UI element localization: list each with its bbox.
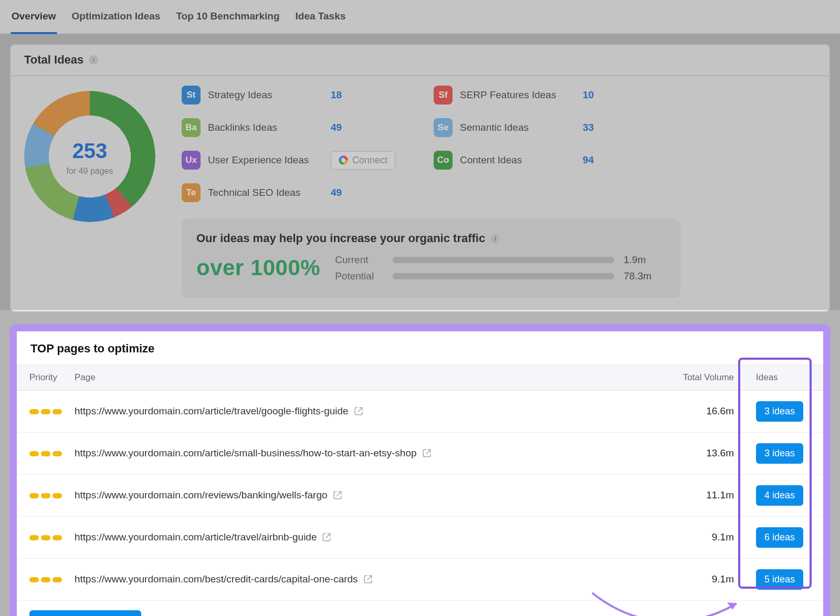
cat-value: 94 xyxy=(583,153,594,168)
connect-google-button[interactable]: Connect xyxy=(331,151,395,170)
top-pages-title: TOP pages to optimize xyxy=(17,331,823,364)
view-all-pages-button[interactable]: View all pages & ideas xyxy=(29,610,141,616)
table-row[interactable]: https://www.yourdomain.com/article/small… xyxy=(17,433,823,475)
chip-st-icon: St xyxy=(182,86,201,105)
ideas-button[interactable]: 4 ideas xyxy=(756,485,803,506)
annotation-arrow-icon xyxy=(587,588,744,616)
ideas-button[interactable]: 3 ideas xyxy=(756,443,803,464)
tab-top10-benchmarking[interactable]: Top 10 Benchmarking xyxy=(175,4,280,33)
cat-value: 18 xyxy=(331,88,342,102)
chip-ba-icon: Ba xyxy=(182,118,201,137)
total-volume: 9.1m xyxy=(655,530,744,545)
total-ideas-title: Total Ideas xyxy=(24,52,83,68)
external-link-icon[interactable] xyxy=(322,533,331,542)
total-ideas-header: Total Ideas i xyxy=(10,45,830,77)
priority-indicator xyxy=(17,446,75,461)
chip-ux-icon: Ux xyxy=(182,151,201,170)
tabs-bar: Overview Optimization Ideas Top 10 Bench… xyxy=(0,0,840,34)
priority-indicator xyxy=(17,572,75,587)
total-volume: 13.6m xyxy=(655,446,744,461)
external-link-icon[interactable] xyxy=(333,490,342,500)
page-url[interactable]: https://www.yourdomain.com/article/small… xyxy=(75,446,417,461)
total-volume: 11.1m xyxy=(655,488,744,503)
ideas-button[interactable]: 3 ideas xyxy=(756,401,803,422)
boost-percent: over 1000% xyxy=(196,253,320,284)
cat-label: Technical SEO Ideas xyxy=(208,186,323,200)
cat-technical-seo[interactable]: Te Technical SEO Ideas 49 xyxy=(182,183,428,202)
cat-label: Content Ideas xyxy=(460,153,575,168)
potential-value: 78.3m xyxy=(624,269,666,284)
cat-semantic[interactable]: Se Semantic Ideas 33 xyxy=(434,118,680,137)
col-priority: Priority xyxy=(17,365,75,390)
cat-label: Strategy Ideas xyxy=(208,88,323,102)
cat-value: 49 xyxy=(331,121,342,135)
total-ideas-card: Total Ideas i 253 for 49 pages St Strate… xyxy=(9,44,831,313)
col-ideas: Ideas xyxy=(744,365,823,390)
ideas-button[interactable]: 6 ideas xyxy=(756,527,803,548)
table-row[interactable]: https://www.yourdomain.com/article/trave… xyxy=(17,391,823,433)
tab-optimization-ideas[interactable]: Optimization Ideas xyxy=(71,4,162,33)
cat-label: Backlinks Ideas xyxy=(208,121,323,135)
total-volume: 16.6m xyxy=(655,404,744,419)
table-row[interactable]: https://www.yourdomain.com/article/trave… xyxy=(17,517,823,559)
cat-value: 33 xyxy=(583,121,594,135)
current-label: Current xyxy=(335,253,383,267)
google-icon xyxy=(339,155,348,165)
cat-label: Semantic Ideas xyxy=(460,121,575,135)
chip-co-icon: Co xyxy=(434,151,453,170)
current-bar xyxy=(393,257,614,263)
tab-overview[interactable]: Overview xyxy=(10,4,57,33)
page-url[interactable]: https://www.yourdomain.com/article/trave… xyxy=(75,530,317,545)
chip-te-icon: Te xyxy=(182,183,201,202)
total-volume: 9.1m xyxy=(655,572,744,587)
table-row[interactable]: https://www.yourdomain.com/reviews/banki… xyxy=(17,475,823,517)
external-link-icon[interactable] xyxy=(363,575,373,584)
cat-label: SERP Features Ideas xyxy=(460,88,575,102)
tab-idea-tasks[interactable]: Idea Tasks xyxy=(295,4,347,33)
priority-indicator xyxy=(17,404,75,419)
connect-label: Connect xyxy=(352,155,387,166)
cat-value: 49 xyxy=(331,186,342,200)
cat-serp-features[interactable]: Sf SERP Features Ideas 10 xyxy=(434,86,680,105)
info-icon[interactable]: i xyxy=(490,234,500,244)
cat-value: 10 xyxy=(583,88,594,102)
potential-bar xyxy=(393,273,614,279)
page-url[interactable]: https://www.yourdomain.com/best/credit-c… xyxy=(75,572,358,587)
ideas-total-count: 253 xyxy=(72,136,108,165)
traffic-boost-panel: Our ideas may help you increase your org… xyxy=(182,219,680,298)
table-header: Priority Page Total Volume Ideas xyxy=(17,364,823,391)
priority-indicator xyxy=(17,488,75,503)
page-url[interactable]: https://www.yourdomain.com/article/trave… xyxy=(75,404,349,419)
ideas-pages-sub: for 49 pages xyxy=(67,165,113,177)
potential-label: Potential xyxy=(335,269,383,284)
col-volume: Total Volume xyxy=(655,365,744,390)
info-icon[interactable]: i xyxy=(89,55,98,65)
cat-user-experience[interactable]: Ux User Experience Ideas Connect xyxy=(182,151,428,170)
current-value: 1.9m xyxy=(624,253,666,267)
chip-sf-icon: Sf xyxy=(434,86,453,105)
ideas-donut-chart: 253 for 49 pages xyxy=(24,91,155,222)
cat-label: User Experience Ideas xyxy=(208,153,323,168)
cat-strategy[interactable]: St Strategy Ideas 18 xyxy=(182,86,428,105)
external-link-icon[interactable] xyxy=(354,406,363,416)
boost-headline: Our ideas may help you increase your org… xyxy=(196,231,485,247)
chip-se-icon: Se xyxy=(434,118,453,137)
cat-content[interactable]: Co Content Ideas 94 xyxy=(434,151,680,170)
cat-backlinks[interactable]: Ba Backlinks Ideas 49 xyxy=(182,118,428,137)
ideas-button[interactable]: 5 ideas xyxy=(756,569,803,590)
top-pages-card: TOP pages to optimize Priority Page Tota… xyxy=(9,324,831,616)
priority-indicator xyxy=(17,530,75,545)
col-page: Page xyxy=(75,365,655,390)
page-url[interactable]: https://www.yourdomain.com/reviews/banki… xyxy=(75,488,328,503)
external-link-icon[interactable] xyxy=(422,448,432,458)
